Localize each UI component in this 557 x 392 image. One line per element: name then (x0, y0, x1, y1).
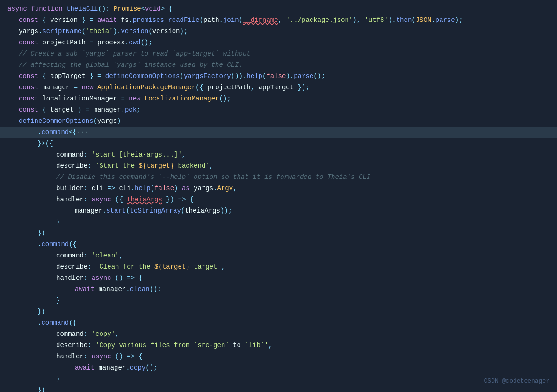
token: , (221, 262, 225, 272)
token: ); (180, 26, 188, 36)
token: => (178, 194, 190, 205)
token: appTarget (50, 71, 89, 81)
code-line-18: handler: async ({ theiaArgs }) => { (0, 194, 557, 206)
token: . (131, 183, 135, 193)
token: : (87, 340, 95, 350)
token: yargsFactory (184, 71, 231, 81)
token: (); (145, 363, 157, 373)
token: . (121, 105, 124, 115)
code-line-33: await manager.copy(); (0, 363, 557, 374)
token: theiaCli (66, 4, 98, 14)
code-line-29: .command({ (0, 318, 557, 329)
token: command (56, 250, 84, 261)
token: target (50, 105, 78, 115)
token: manager (75, 206, 102, 216)
code-line-34: } (0, 374, 557, 385)
token: manager (42, 82, 73, 93)
token: yargs (194, 183, 213, 193)
token: async (7, 4, 31, 14)
token: (): (98, 4, 114, 14)
token: parse (294, 71, 313, 81)
token: : (84, 250, 92, 261)
token: appTarget (259, 82, 298, 93)
token: . (125, 37, 129, 48)
token: 'copy' (92, 329, 115, 339)
token: }) (37, 385, 45, 392)
token: ); (455, 15, 463, 25)
token: , (210, 161, 213, 171)
token: ; (137, 105, 140, 115)
token: const (19, 105, 42, 115)
code-line-22: .command({ (0, 239, 557, 250)
token: target (162, 262, 186, 272)
token: ${ (154, 262, 162, 272)
token: 'utf8' (364, 15, 388, 25)
code-line-25: handler: async () => { (0, 273, 557, 284)
token: , (115, 329, 119, 339)
code-line-2: const { version } = await fs.promises.re… (0, 15, 557, 26)
token: () (115, 273, 127, 283)
token: ). (286, 71, 294, 81)
token: }) (37, 228, 45, 238)
code-line-17: builder: cli => cli.help(false) as yargs… (0, 183, 557, 194)
token: => (127, 351, 138, 362)
token: )); (220, 206, 232, 216)
token: projectPath (207, 82, 250, 93)
token: (); (219, 93, 231, 104)
code-line-4: const projectPath = process.cwd(); (0, 37, 557, 49)
token: builder (56, 183, 84, 193)
token: Promise (114, 4, 141, 14)
token: : (87, 161, 95, 171)
token: = (121, 93, 129, 104)
token: 'start [theia-args...]' (92, 150, 182, 160)
code-line-13: }>({ (0, 138, 557, 150)
token: manager (98, 284, 126, 294)
code-line-12: .command<{ ··· (0, 127, 557, 138)
code-line-32: handler: async () => { (0, 351, 557, 363)
token: }) (162, 194, 178, 205)
token: => (127, 273, 138, 283)
token: defineCommonOptions (105, 71, 180, 81)
token: readFile (168, 15, 199, 25)
code-line-26: await manager.clean(); (0, 284, 557, 295)
token: manager (98, 363, 126, 373)
token: { (42, 71, 50, 81)
token: void (145, 4, 161, 14)
token: false (154, 183, 174, 193)
token: await (75, 284, 98, 294)
token: }>({ (37, 138, 53, 149)
token: . (129, 15, 132, 25)
token: (); (141, 37, 152, 48)
token: new (129, 93, 145, 104)
token: version (152, 26, 180, 36)
token: command (56, 150, 84, 160)
token: { (42, 105, 50, 115)
token: async (92, 351, 115, 362)
token: command (41, 239, 69, 249)
token: ( (239, 15, 243, 25)
token: } (186, 262, 189, 272)
token: , (268, 340, 272, 350)
token: async (92, 194, 115, 205)
token: async (92, 273, 115, 283)
token: start (106, 206, 126, 216)
token: JSON (416, 15, 432, 25)
token: false (266, 71, 286, 81)
token: . (126, 284, 130, 294)
token: const (19, 71, 42, 81)
token: , (251, 82, 259, 93)
token: `lib`' (241, 340, 268, 350)
token: , (182, 150, 186, 160)
token: . (431, 15, 435, 25)
token: : (84, 351, 92, 362)
token: (); (150, 284, 161, 294)
token: }); (298, 82, 310, 93)
token: join (223, 15, 239, 25)
token: defineCommonOptions (19, 116, 94, 126)
token: copy (130, 363, 146, 373)
token: . (38, 26, 42, 36)
token: , (278, 15, 286, 25)
token: > { (161, 4, 173, 14)
code-line-9: const localizationManager = new Localiza… (0, 93, 557, 105)
token: const (19, 93, 42, 104)
